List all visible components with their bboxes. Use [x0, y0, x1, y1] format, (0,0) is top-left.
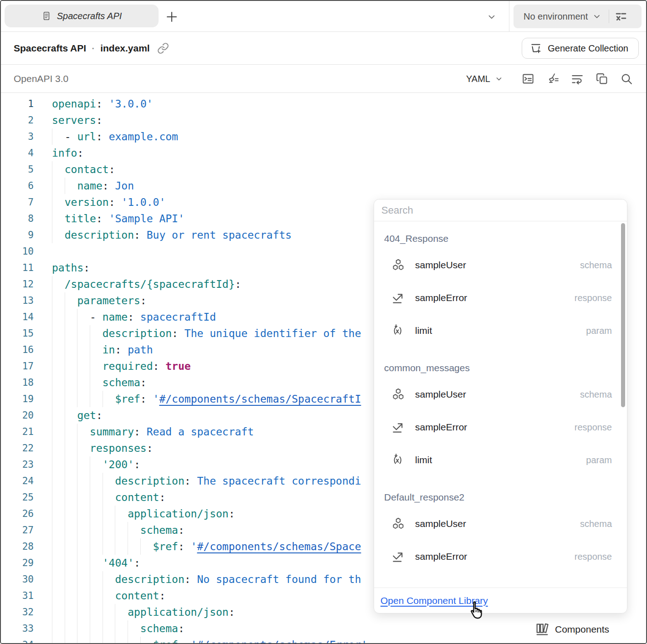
indent-guide	[52, 161, 65, 178]
generate-collection-button[interactable]: Generate Collection	[522, 38, 639, 59]
code-token: content	[115, 588, 159, 604]
response-icon	[391, 420, 405, 434]
response-icon	[391, 550, 405, 563]
component-item[interactable]: limitparam	[374, 444, 627, 476]
popup-scrollbar-thumb[interactable]	[621, 223, 625, 407]
code-token: Jon	[109, 178, 134, 194]
code-line[interactable]: 34$ref: '#/components/schemas/Error'	[1, 637, 646, 643]
search-input[interactable]	[374, 199, 627, 221]
component-item[interactable]: sampleErrorresponse	[374, 540, 627, 573]
components-button[interactable]: Components	[535, 621, 612, 638]
indent-guide	[90, 555, 103, 571]
code-token: parameters	[77, 292, 140, 309]
tab-spacecrafts-api[interactable]: Spacecrafts API	[5, 5, 159, 27]
indent-guide	[52, 571, 65, 588]
code-token: '404'	[103, 555, 134, 571]
ref-link: #/components/schemas/Error	[197, 637, 361, 643]
code-token: :	[77, 145, 83, 161]
app-window: Spacecrafts API No environment Spacecraf…	[0, 0, 647, 644]
code-token: :	[229, 604, 235, 620]
component-item[interactable]: sampleErrorresponse	[374, 281, 627, 314]
indent-guide	[90, 473, 103, 489]
console-icon[interactable]	[521, 72, 535, 86]
line-number: 34	[1, 637, 34, 643]
code-token: -	[90, 309, 103, 325]
schema-icon	[391, 258, 405, 272]
code-token: servers	[52, 112, 96, 128]
component-item-name: sampleUser	[415, 389, 466, 400]
component-item[interactable]: sampleErrorresponse	[374, 411, 627, 444]
line-number: 29	[1, 555, 34, 571]
chevron-down-icon	[592, 12, 601, 21]
line-number: 13	[1, 292, 34, 309]
code-line[interactable]: 1openapi: '3.0.0'	[1, 96, 646, 112]
tab-bar: Spacecrafts API No environment	[1, 1, 646, 32]
indent-guide	[90, 391, 103, 407]
code-line[interactable]: 3- url: example.com	[1, 128, 646, 145]
code-token: :	[134, 555, 140, 571]
component-group-header: Default_response2	[374, 487, 627, 507]
new-tab-button[interactable]	[165, 10, 179, 24]
indent-guide	[52, 473, 65, 489]
indent-guide	[128, 620, 140, 637]
environment-selector[interactable]: No environment	[513, 5, 642, 28]
beautify-icon[interactable]	[546, 72, 560, 86]
component-item-name: sampleUser	[415, 260, 466, 271]
component-item[interactable]: sampleUserschema	[374, 507, 627, 540]
indent-guide	[77, 588, 90, 604]
component-group-header: 404_Response	[374, 229, 627, 249]
code-line[interactable]: 2servers:	[1, 112, 646, 128]
popup-footer: Open Component Library	[374, 588, 627, 613]
language-selector[interactable]: YAML	[466, 74, 503, 84]
line-number: 25	[1, 489, 34, 506]
breadcrumb-file-name[interactable]: index.yaml	[100, 43, 150, 54]
link-icon[interactable]	[157, 42, 169, 54]
breadcrumb-api-name[interactable]: Spacecrafts API	[14, 43, 86, 54]
component-group: Default_response2sampleUserschemasampleE…	[374, 487, 627, 573]
code-token: '	[147, 391, 159, 407]
code-line[interactable]: 4info:	[1, 145, 646, 161]
indent-guide	[103, 571, 115, 588]
line-number: 1	[1, 96, 34, 112]
line-number: 32	[1, 604, 34, 620]
component-item[interactable]: sampleUserschema	[374, 378, 627, 411]
indent-guide	[65, 473, 77, 489]
code-token: get	[77, 407, 96, 424]
indent-guide	[65, 522, 77, 538]
param-icon	[391, 453, 405, 467]
code-token: :	[83, 260, 90, 276]
copy-icon[interactable]	[595, 72, 609, 86]
indent-guide	[90, 571, 103, 588]
line-number: 33	[1, 620, 34, 637]
indent-guide	[103, 473, 115, 489]
indent-guide	[90, 358, 103, 374]
indent-guide	[77, 325, 90, 342]
indent-guide	[52, 227, 65, 243]
word-wrap-icon[interactable]	[570, 72, 584, 86]
code-token: :	[172, 325, 178, 342]
indent-guide	[103, 489, 115, 506]
tab-list-chevron-down-icon[interactable]	[487, 12, 497, 22]
environment-quick-look-icon[interactable]	[615, 10, 627, 23]
indent-guide	[77, 424, 90, 440]
line-number: 27	[1, 522, 34, 538]
search-icon[interactable]	[620, 72, 633, 86]
component-item[interactable]: limitparam	[374, 314, 627, 347]
component-item-type: schema	[580, 519, 612, 529]
indent-guide	[65, 604, 77, 620]
components-label: Components	[555, 624, 609, 635]
indent-guide	[90, 588, 103, 604]
indent-guide	[52, 637, 65, 643]
line-number: 23	[1, 456, 34, 473]
component-item[interactable]: sampleUserschema	[374, 249, 627, 281]
indent-guide	[52, 358, 65, 374]
indent-guide	[52, 555, 65, 571]
code-line[interactable]: 5contact:	[1, 161, 646, 178]
indent-guide	[77, 604, 90, 620]
response-icon	[391, 291, 405, 305]
code-line[interactable]: 6name: Jon	[1, 178, 646, 194]
code-token: :	[178, 538, 185, 555]
indent-guide	[52, 194, 65, 210]
code-token: -	[65, 128, 77, 145]
indent-guide	[140, 538, 153, 555]
